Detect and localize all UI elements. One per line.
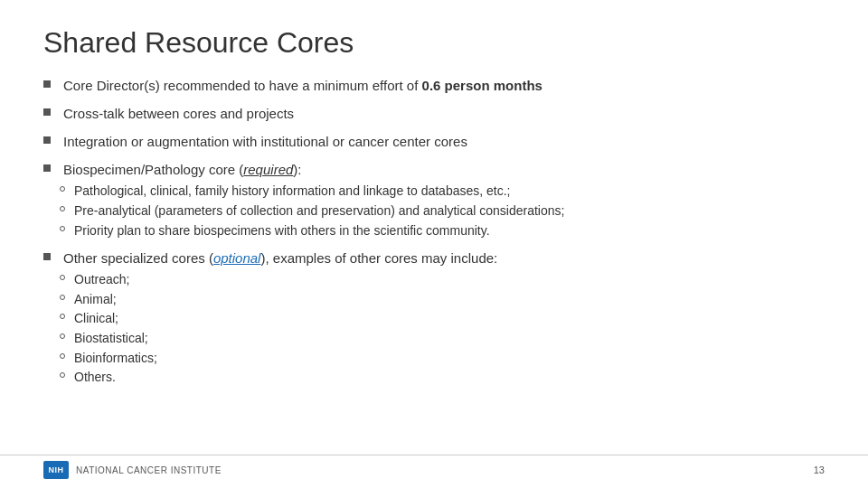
bullet-text-3: Integration or augmentation with institu…	[63, 132, 825, 151]
bullet-text-2: Cross-talk between cores and projects	[63, 104, 825, 123]
bullet-square-3	[43, 136, 51, 144]
sub-item-4-1: Pathological, clinical, family history i…	[43, 183, 564, 201]
bullet-text-4: Biospecimen/Pathology core (required):	[63, 160, 302, 179]
sub-bullet-4-1	[60, 186, 65, 192]
bullet-item-3: Integration or augmentation with institu…	[43, 132, 825, 151]
bullet-5-before: Other specialized cores (	[63, 250, 213, 266]
bullet-item-2: Cross-talk between cores and projects	[43, 104, 825, 123]
sub-bullet-5-1	[60, 275, 65, 280]
sub-text-4-2: Pre-analytical (parameters of collection…	[74, 202, 564, 221]
footer-page-number: 13	[814, 465, 825, 475]
footer-institute: NATIONAL CANCER INSTITUTE	[76, 465, 222, 475]
bullet-square-2	[43, 108, 51, 116]
footer-logo-area: NIH NATIONAL CANCER INSTITUTE	[43, 461, 222, 479]
bullet-5-sublist: Outreach; Animal; Clinical; Biostatistic…	[43, 271, 157, 387]
bullet-square-1	[43, 80, 51, 88]
footer: NIH NATIONAL CANCER INSTITUTE 13	[0, 455, 868, 479]
bullet-square-4	[43, 164, 51, 172]
bullet-square-5	[43, 253, 51, 260]
sub-text-5-1: Outreach;	[74, 271, 129, 289]
content-area: Core Director(s) recommended to have a m…	[43, 76, 825, 455]
bullet-text-5: Other specialized cores (optional), exam…	[63, 249, 497, 267]
sub-item-4-2: Pre-analytical (parameters of collection…	[43, 202, 564, 221]
bullet-4-before: Biospecimen/Pathology core (	[63, 162, 243, 177]
sub-item-5-3: Clinical;	[43, 310, 157, 328]
page-title: Shared Resource Cores	[43, 25, 825, 60]
sub-item-5-5: Bioinformatics;	[43, 350, 157, 368]
sub-text-5-6: Others.	[74, 369, 116, 387]
sub-bullet-5-6	[60, 372, 65, 378]
bullet-4-styled: required	[243, 162, 293, 177]
bullet-4-after: ):	[293, 162, 301, 177]
sub-bullet-5-4	[60, 333, 65, 339]
sub-item-5-1: Outreach;	[43, 271, 157, 289]
sub-bullet-4-3	[60, 226, 65, 231]
sub-text-5-3: Clinical;	[74, 310, 118, 328]
sub-text-5-5: Bioinformatics;	[74, 350, 157, 368]
bullet-4-sublist: Pathological, clinical, family history i…	[43, 183, 564, 239]
sub-item-4-3: Priority plan to share biospecimens with…	[43, 222, 564, 240]
sub-text-4-3: Priority plan to share biospecimens with…	[74, 222, 490, 240]
sub-bullet-5-5	[60, 353, 65, 359]
nih-logo: NIH	[43, 461, 69, 479]
sub-text-5-4: Biostatistical;	[74, 330, 148, 348]
sub-text-4-1: Pathological, clinical, family history i…	[74, 183, 510, 201]
sub-text-5-2: Animal;	[74, 291, 117, 309]
sub-bullet-5-3	[60, 314, 65, 319]
sub-item-5-6: Others.	[43, 369, 157, 387]
bullet-1-before: Core Director(s) recommended to have a m…	[63, 78, 422, 93]
bullet-5-styled: optional	[213, 250, 261, 266]
sub-bullet-4-2	[60, 206, 65, 211]
bullet-5-after: ), examples of other cores may include:	[260, 250, 497, 266]
nih-logo-text: NIH	[49, 465, 64, 474]
bullet-item-5: Other specialized cores (optional), exam…	[43, 249, 825, 387]
bullet-1-bold: 0.6 person months	[422, 78, 542, 93]
sub-item-5-2: Animal;	[43, 291, 157, 309]
bullet-item-4: Biospecimen/Pathology core (required): P…	[43, 160, 825, 239]
bullet-text-1: Core Director(s) recommended to have a m…	[63, 76, 825, 95]
sub-item-5-4: Biostatistical;	[43, 330, 157, 348]
bullet-item-1: Core Director(s) recommended to have a m…	[43, 76, 825, 95]
sub-bullet-5-2	[60, 295, 65, 300]
slide: Shared Resource Cores Core Director(s) r…	[0, 0, 868, 488]
